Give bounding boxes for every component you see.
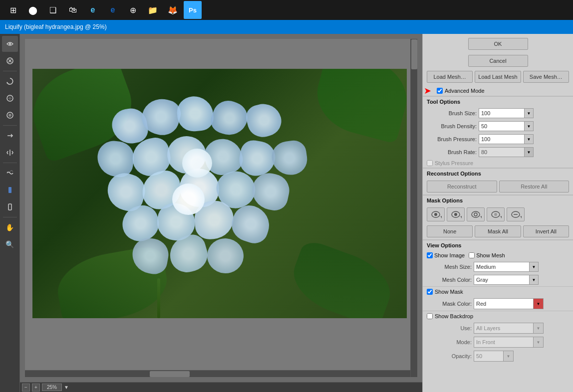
zoom-dropdown-arrow[interactable]: ▼ xyxy=(64,385,69,390)
ie-button[interactable]: e xyxy=(104,1,122,19)
restore-all-button[interactable]: Restore All xyxy=(499,181,570,193)
zoom-tool[interactable]: 🔍 xyxy=(2,236,18,252)
canvas-image[interactable] xyxy=(32,69,407,318)
panel-top: OK Cancel xyxy=(423,34,573,71)
brush-size-label: Brush Size: xyxy=(427,110,477,116)
svg-text:▼: ▼ xyxy=(480,215,482,219)
search-button[interactable]: ⬤ xyxy=(24,1,42,19)
mask-color-value: Red xyxy=(474,301,533,307)
firefox-button[interactable]: 🦊 xyxy=(164,1,182,19)
svg-point-14 xyxy=(472,211,480,217)
tool-options-header: Tool Options xyxy=(423,96,573,107)
save-mesh-button[interactable]: Save Mesh… xyxy=(523,71,569,83)
freeze-tool[interactable] xyxy=(2,182,18,198)
bloat-tool[interactable] xyxy=(2,107,18,123)
zoom-plus-button[interactable]: + xyxy=(32,384,40,392)
hand-tool[interactable]: ✋ xyxy=(2,219,18,235)
mask-icon-btn-4[interactable]: ▼ xyxy=(487,207,505,221)
mesh-color-value: Gray xyxy=(474,277,529,283)
turbulence-tool[interactable] xyxy=(2,165,18,181)
brush-density-arrow[interactable]: ▼ xyxy=(524,122,533,131)
brush-size-arrow[interactable]: ▼ xyxy=(524,109,533,118)
vertical-scrollbar[interactable] xyxy=(410,39,417,377)
zoom-minus-button[interactable]: − xyxy=(22,384,30,392)
brush-pressure-row: Brush Pressure: 100 ▼ xyxy=(423,133,573,146)
zoom-bar: − + 25% ▼ xyxy=(20,382,422,392)
mask-icon-btn-2[interactable]: ▼ xyxy=(447,207,465,221)
edge-button[interactable]: e xyxy=(84,1,102,19)
separator-1 xyxy=(3,71,17,71)
advanced-mode-checkbox[interactable] xyxy=(437,88,443,94)
brush-density-control[interactable]: 50 ▼ xyxy=(479,121,534,131)
pucker-tool[interactable] xyxy=(2,90,18,106)
store-button[interactable]: 🛍 xyxy=(64,1,82,19)
horizontal-scroll-thumb[interactable] xyxy=(150,371,190,377)
zoom-level[interactable]: 25% xyxy=(42,384,62,391)
svg-point-0 xyxy=(9,43,11,45)
brush-pressure-arrow[interactable]: ▼ xyxy=(524,135,533,144)
ok-button[interactable]: OK xyxy=(468,38,528,50)
reconstruct-tool[interactable] xyxy=(2,53,18,69)
mask-icon-btn-1[interactable]: ▼ xyxy=(427,207,445,221)
petal-11 xyxy=(270,139,309,177)
mode-value: In Front xyxy=(474,339,533,345)
show-mesh-checkbox[interactable] xyxy=(469,252,475,258)
show-image-checkbox[interactable] xyxy=(427,252,433,258)
photoshop-button[interactable]: Ps xyxy=(184,1,202,19)
warp-tool[interactable] xyxy=(2,36,18,52)
left-toolbar: ✋ 🔍 xyxy=(0,34,20,392)
leaf-4 xyxy=(285,238,399,318)
cancel-button[interactable]: Cancel xyxy=(468,55,528,67)
mesh-size-row: Mesh Size: Medium ▼ xyxy=(423,260,573,273)
reconstruct-row: Reconstruct Restore All xyxy=(423,179,573,195)
use-row: Use: All Layers ▼ xyxy=(423,321,573,335)
brush-size-control[interactable]: 100 ▼ xyxy=(479,108,534,118)
mask-color-control[interactable]: Red ▼ xyxy=(474,298,544,309)
vertical-scroll-thumb[interactable] xyxy=(411,39,417,69)
mesh-color-arrow[interactable]: ▼ xyxy=(529,275,538,284)
gamepad-button[interactable]: ⊕ xyxy=(124,1,142,19)
mask-icon-btn-5[interactable]: ▼ xyxy=(507,207,525,221)
show-image-item: Show Image xyxy=(427,252,465,258)
window-title: Liquify (bigleaf hydrangea.jpg @ 25%) xyxy=(5,23,107,30)
mirror-tool[interactable] xyxy=(2,145,18,161)
petal-23 xyxy=(206,237,245,275)
show-backdrop-checkbox[interactable] xyxy=(427,313,433,319)
mask-color-label: Mask Color: xyxy=(427,301,472,307)
twirl-tool[interactable] xyxy=(2,73,18,89)
push-tool[interactable] xyxy=(2,128,18,144)
mask-color-picker[interactable]: ▼ xyxy=(533,299,543,309)
invert-all-button[interactable]: Invert All xyxy=(523,225,569,237)
start-button[interactable]: ⊞ xyxy=(4,1,22,19)
mode-arrow: ▼ xyxy=(533,337,543,347)
mask-all-button[interactable]: Mask All xyxy=(475,225,521,237)
brush-pressure-control[interactable]: 100 ▼ xyxy=(479,134,534,144)
mesh-color-control[interactable]: Gray ▼ xyxy=(474,275,539,285)
title-bar: Liquify (bigleaf hydrangea.jpg @ 25%) xyxy=(0,20,573,34)
separator-3 xyxy=(3,163,17,163)
show-mask-checkbox[interactable] xyxy=(427,289,433,295)
brush-rate-arrow[interactable]: ▼ xyxy=(524,148,533,157)
brush-rate-label: Brush Rate: xyxy=(427,149,477,155)
main-layout: ✋ 🔍 xyxy=(0,34,573,392)
reconstruct-button[interactable]: Reconstruct xyxy=(427,181,497,193)
opacity-arrow: ▼ xyxy=(503,351,513,361)
thaw-tool[interactable] xyxy=(2,199,18,215)
load-mesh-button[interactable]: Load Mesh… xyxy=(427,71,473,83)
view-options-header: View Options xyxy=(423,240,573,250)
load-last-mesh-button[interactable]: Load Last Mesh xyxy=(475,71,521,83)
horizontal-scrollbar[interactable] xyxy=(25,370,410,377)
mesh-size-arrow[interactable]: ▼ xyxy=(529,262,538,271)
show-mesh-item: Show Mesh xyxy=(469,252,505,258)
task-view-button[interactable]: ❑ xyxy=(44,1,62,19)
stylus-pressure-checkbox[interactable] xyxy=(427,160,433,166)
mask-color-row: Mask Color: Red ▼ xyxy=(423,297,573,311)
svg-text:▼: ▼ xyxy=(500,215,502,219)
use-label: Use: xyxy=(427,325,472,331)
mask-icon-btn-3[interactable]: ▼ xyxy=(467,207,485,221)
brush-rate-control[interactable]: 80 ▼ xyxy=(479,147,534,157)
mesh-size-control[interactable]: Medium ▼ xyxy=(474,262,539,272)
explorer-button[interactable]: 📁 xyxy=(144,1,162,19)
none-button[interactable]: None xyxy=(427,225,473,237)
petal-3 xyxy=(176,95,215,133)
